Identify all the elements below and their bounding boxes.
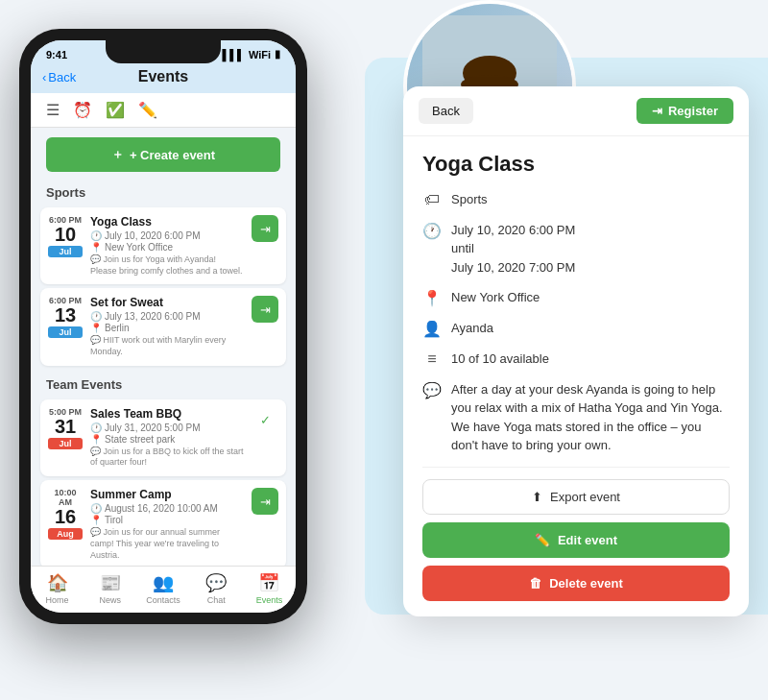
- location-icon: 📍: [422, 289, 442, 307]
- nav-contacts[interactable]: 👥 Contacts: [136, 572, 189, 605]
- detail-date: July 10, 2020 6:00 PM until July 10, 202…: [451, 221, 575, 278]
- edit-event-button[interactable]: ✏️ Edit event: [422, 522, 730, 558]
- event-summer-camp[interactable]: 10:00 AM 16 Aug Summer Camp 🕐 August 16,…: [40, 480, 286, 566]
- person-icon: 👤: [422, 320, 442, 338]
- detail-organizer-row: 👤 Ayanda: [422, 319, 730, 338]
- detail-organizer: Ayanda: [451, 319, 493, 338]
- detail-date-row: 🕐 July 10, 2020 6:00 PM until July 10, 2…: [422, 221, 730, 278]
- home-icon: 🏠: [47, 572, 68, 593]
- events-icon: 📅: [258, 572, 279, 593]
- event-register-sweat[interactable]: ⇥: [252, 296, 278, 323]
- edit-filter-icon[interactable]: ✏️: [138, 101, 157, 119]
- create-event-button[interactable]: ＋ + Create event: [46, 137, 280, 172]
- detail-register-label: Register: [668, 104, 718, 118]
- event-date-bbq: 5:00 PM 31 Jul: [48, 407, 83, 449]
- edit-icon: ✏️: [535, 533, 550, 547]
- battery-icon: ▮: [275, 48, 280, 60]
- detail-location-row: 📍 New York Office: [422, 288, 730, 307]
- signal-icon: ▌▌▌: [222, 49, 244, 60]
- event-detail-card: Back ⇥ Register Yoga Class 🏷 Sports 🕐 Ju…: [403, 86, 749, 616]
- nav-events[interactable]: 📅 Events: [243, 572, 296, 605]
- event-yoga-class[interactable]: 6:00 PM 10 Jul Yoga Class 🕐 July 10, 202…: [40, 207, 286, 284]
- nav-contacts-label: Contacts: [146, 595, 180, 605]
- clock-detail-icon: 🕐: [422, 222, 442, 240]
- phone-notch: [106, 40, 221, 63]
- contacts-icon: 👥: [153, 572, 174, 593]
- divider: [422, 467, 730, 468]
- event-date-sweat: 6:00 PM 13 Jul: [48, 296, 83, 338]
- event-sales-bbq[interactable]: 5:00 PM 31 Jul Sales Team BBQ 🕐 July 31,…: [40, 399, 286, 476]
- detail-event-title: Yoga Class: [422, 152, 730, 177]
- detail-body: Yoga Class 🏷 Sports 🕐 July 10, 2020 6:00…: [403, 136, 749, 616]
- event-date-camp: 10:00 AM 16 Aug: [48, 488, 83, 540]
- nav-events-label: Events: [256, 595, 283, 605]
- nav-chat-label: Chat: [207, 595, 226, 605]
- phone-toolbar: ☰ ⏰ ✅ ✏️: [31, 93, 296, 128]
- bottom-nav: 🏠 Home 📰 News 👥 Contacts 💬 Chat 📅: [31, 566, 296, 613]
- wifi-icon: WiFi: [249, 49, 271, 60]
- edit-label: Edit event: [558, 533, 617, 547]
- register-icon: ⇥: [652, 104, 662, 118]
- list-view-icon[interactable]: ☰: [46, 101, 60, 119]
- detail-availability: 10 of 10 available: [451, 350, 549, 369]
- nav-chat[interactable]: 💬 Chat: [190, 572, 243, 605]
- clock-icon[interactable]: ⏰: [73, 101, 92, 119]
- event-info-camp: Summer Camp 🕐 August 16, 2020 10:00 AM 📍…: [90, 488, 244, 561]
- detail-location: New York Office: [451, 288, 540, 307]
- delete-label: Delete event: [549, 576, 623, 591]
- chevron-left-icon: ‹: [42, 70, 46, 84]
- tag-icon: 🏷: [422, 191, 442, 208]
- phone-mockup: 9:41 ▌▌▌ WiFi ▮ ‹ Back Events ☰ ⏰ ✅: [19, 29, 307, 624]
- plus-icon: ＋: [111, 146, 124, 163]
- detail-back-button[interactable]: Back: [419, 98, 473, 124]
- chat-icon: 💬: [205, 572, 227, 593]
- create-event-label: + Create event: [130, 148, 215, 162]
- nav-home-label: Home: [46, 595, 69, 605]
- phone-screen-title: Events: [138, 68, 188, 85]
- event-set-for-sweat[interactable]: 6:00 PM 13 Jul Set for Sweat 🕐 July 13, …: [40, 288, 286, 365]
- event-date-yoga: 6:00 PM 10 Jul: [48, 215, 83, 257]
- export-icon: ⬆: [532, 490, 542, 504]
- phone-back-button[interactable]: ‹ Back: [42, 70, 76, 84]
- trash-icon: 🗑: [529, 576, 541, 591]
- detail-category-row: 🏷 Sports: [422, 190, 730, 209]
- section-team-label: Team Events: [31, 370, 296, 396]
- export-event-button[interactable]: ⬆ Export event: [422, 479, 730, 515]
- phone-screen: 9:41 ▌▌▌ WiFi ▮ ‹ Back Events ☰ ⏰ ✅: [31, 40, 296, 613]
- event-info-yoga: Yoga Class 🕐 July 10, 2020 6:00 PM 📍 New…: [90, 215, 244, 277]
- detail-availability-row: ≡ 10 of 10 available: [422, 350, 730, 369]
- event-info-sweat: Set for Sweat 🕐 July 13, 2020 6:00 PM 📍 …: [90, 296, 244, 357]
- phone-frame: 9:41 ▌▌▌ WiFi ▮ ‹ Back Events ☰ ⏰ ✅: [19, 29, 307, 624]
- detail-description: After a day at your desk Ayanda is going…: [451, 380, 730, 455]
- event-check-bbq[interactable]: ✓: [252, 407, 278, 434]
- nav-news[interactable]: 📰 News: [84, 572, 136, 605]
- event-info-bbq: Sales Team BBQ 🕐 July 31, 2020 5:00 PM 📍…: [90, 407, 244, 469]
- events-list: Sports 6:00 PM 10 Jul Yoga Class 🕐 July …: [31, 178, 296, 566]
- event-register-yoga[interactable]: ⇥: [252, 215, 278, 242]
- back-label: Back: [48, 70, 76, 84]
- detail-description-row: 💬 After a day at your desk Ayanda is goi…: [422, 380, 730, 455]
- news-icon: 📰: [100, 572, 121, 593]
- availability-icon: ≡: [422, 350, 442, 368]
- comment-icon: 💬: [422, 381, 442, 399]
- checklist-icon[interactable]: ✅: [106, 101, 125, 119]
- section-sports-label: Sports: [31, 178, 296, 204]
- export-label: Export event: [550, 490, 620, 504]
- detail-register-button[interactable]: ⇥ Register: [636, 98, 733, 124]
- nav-home[interactable]: 🏠 Home: [31, 572, 84, 605]
- event-register-camp[interactable]: ⇥: [252, 488, 278, 515]
- delete-event-button[interactable]: 🗑 Delete event: [422, 566, 730, 601]
- phone-header: ‹ Back Events: [31, 64, 296, 93]
- detail-header: Back ⇥ Register: [403, 86, 749, 136]
- detail-category: Sports: [451, 190, 488, 209]
- status-time: 9:41: [46, 49, 67, 60]
- nav-news-label: News: [100, 595, 122, 605]
